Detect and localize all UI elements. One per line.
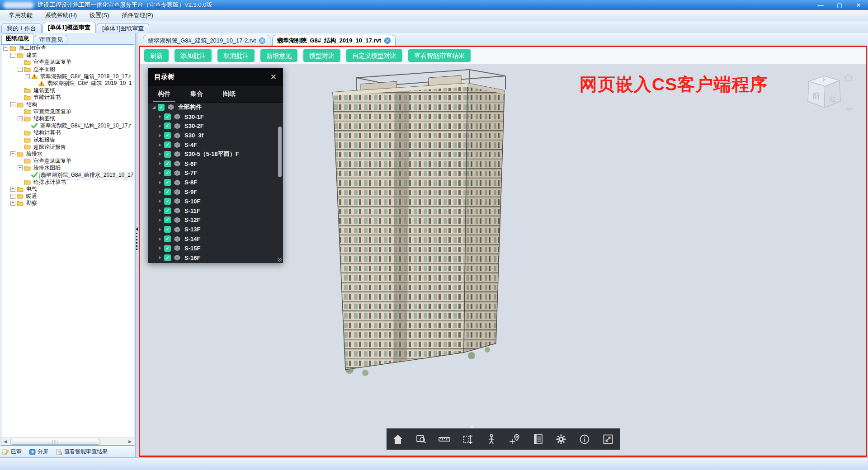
catalog-row[interactable]: ✓S-13F bbox=[148, 225, 283, 234]
minimize-button[interactable]: — bbox=[811, 0, 830, 10]
tree-item-label[interactable]: 翡翠湖别院_G8#_结构_2019_10_17.r bbox=[39, 122, 132, 130]
visibility-checkbox[interactable]: ✓ bbox=[164, 216, 171, 223]
document-tab-1[interactable]: 翡翠湖别院_G8#_结构_2019_10_17.rvt✕ bbox=[272, 35, 396, 46]
collapsed-arrow-icon[interactable] bbox=[159, 246, 161, 250]
sidebar-tab-0[interactable]: 图纸信息 bbox=[1, 33, 34, 44]
cube-menu-chevron-icon[interactable] bbox=[847, 108, 852, 111]
cube-face-front[interactable]: 前 bbox=[812, 92, 820, 101]
model-viewport[interactable]: 网页嵌入CS客户端程序 目录树 ✕ 构件集合图纸 ✓全部构件✓S30-1F✓S3… bbox=[140, 64, 866, 456]
main-tab-1[interactable]: [单体1]模型审查 bbox=[42, 22, 96, 33]
close-button[interactable]: ✕ bbox=[849, 0, 868, 10]
close-tab-icon[interactable]: ✕ bbox=[384, 38, 391, 44]
catalog-tab-2[interactable]: 图纸 bbox=[213, 86, 245, 102]
toolbar-button-5[interactable]: 自定义模型对比 bbox=[346, 49, 402, 62]
collapse-icon[interactable]: − bbox=[18, 165, 23, 170]
catalog-row[interactable]: ✓S30-2F bbox=[148, 122, 283, 131]
tree-item-label[interactable]: 总平面图 bbox=[33, 66, 56, 73]
collapsed-arrow-icon[interactable] bbox=[159, 199, 161, 203]
tree-item-label[interactable]: 施工图审查 bbox=[18, 44, 47, 52]
tree-item-label[interactable]: 审查意见回复单 bbox=[33, 108, 72, 116]
collapsed-arrow-icon[interactable] bbox=[159, 209, 161, 212]
collapsed-arrow-icon[interactable] bbox=[159, 237, 161, 241]
cube-face-top[interactable]: 上 bbox=[821, 76, 827, 83]
maximize-button[interactable]: ▢ bbox=[830, 0, 849, 10]
menu-item-3[interactable]: 插件管理(P) bbox=[115, 11, 159, 19]
collapsed-arrow-icon[interactable] bbox=[159, 143, 161, 147]
catalog-tab-0[interactable]: 构件 bbox=[148, 86, 180, 102]
tree-row[interactable]: 审查意见回复单 bbox=[1, 59, 134, 66]
expand-icon[interactable]: + bbox=[10, 194, 15, 199]
tree-row[interactable]: 节能计算书 bbox=[1, 94, 134, 101]
catalog-row[interactable]: ✓S-6F bbox=[148, 159, 283, 169]
scroll-left-icon[interactable]: ◀ bbox=[1, 438, 9, 445]
tree-row[interactable]: −翡翠湖别院_G8#_建筑_2019_10_17.r bbox=[1, 73, 134, 80]
visibility-checkbox[interactable]: ✓ bbox=[164, 226, 171, 233]
tree-row[interactable]: 建筑图纸 bbox=[1, 87, 134, 94]
menu-item-0[interactable]: 常用功能 bbox=[3, 11, 39, 19]
home-icon[interactable] bbox=[844, 74, 853, 81]
view-cube[interactable]: 上 前 右 bbox=[801, 66, 854, 114]
tree-item-label[interactable]: 给排水计算书 bbox=[33, 179, 67, 186]
home-icon[interactable] bbox=[392, 433, 404, 446]
sidebar-tab-1[interactable]: 审查意见 bbox=[35, 35, 67, 44]
tree-item-label[interactable]: 结构 bbox=[25, 101, 38, 108]
catalog-row[interactable]: ✓S30-5（5-18平面）F bbox=[148, 150, 283, 159]
collapsed-arrow-icon[interactable] bbox=[159, 152, 161, 156]
tree-item-label[interactable]: 结构计算书 bbox=[33, 129, 61, 136]
toolbar-button-2[interactable]: 取消批注 bbox=[217, 49, 255, 62]
tree-item-label[interactable]: 翡翠湖别院_G8#_建筑_2019_10_1 bbox=[47, 80, 133, 87]
visibility-checkbox[interactable]: ✓ bbox=[164, 235, 171, 242]
catalog-row[interactable]: ✓S-9F bbox=[148, 187, 283, 197]
menu-item-2[interactable]: 设置(S) bbox=[83, 11, 115, 19]
footer-item-2[interactable]: 查看智能审查结果 bbox=[56, 448, 108, 456]
tree-row[interactable]: −给排水 bbox=[1, 150, 134, 158]
settings-gear-icon[interactable] bbox=[555, 433, 567, 446]
main-tab-0[interactable]: 我的工作台 bbox=[1, 23, 42, 33]
catalog-tab-1[interactable]: 集合 bbox=[180, 86, 213, 102]
catalog-row[interactable]: ✓S-16F bbox=[148, 253, 283, 263]
resize-handle-icon[interactable] bbox=[278, 258, 282, 262]
collapsed-arrow-icon[interactable] bbox=[159, 115, 161, 118]
document-tab-0[interactable]: 翡翠湖别院_G8#_建筑_2019_10_17-2.rvt✕ bbox=[143, 35, 270, 46]
visibility-checkbox[interactable]: ✓ bbox=[164, 198, 171, 205]
tree-row[interactable]: +暖通 bbox=[1, 193, 134, 200]
catalog-row[interactable]: ✓S-4F bbox=[148, 140, 283, 150]
catalog-row[interactable]: ✓S-10F bbox=[148, 197, 283, 206]
building-model[interactable] bbox=[293, 64, 519, 376]
collapsed-arrow-icon[interactable] bbox=[159, 171, 161, 175]
properties-list-icon[interactable] bbox=[532, 433, 544, 446]
scrollbar-thumb[interactable]: |||| bbox=[10, 439, 100, 445]
main-tab-2[interactable]: [单体1]图纸审查 bbox=[97, 23, 149, 33]
close-icon[interactable]: ✕ bbox=[270, 72, 277, 82]
tree-row[interactable]: −施工图审查 bbox=[1, 45, 134, 52]
tree-row[interactable]: 给排水计算书 bbox=[1, 179, 134, 186]
tree-item-label[interactable]: 给排水 bbox=[25, 150, 43, 158]
catalog-row[interactable]: ✓S-15F bbox=[148, 244, 283, 253]
collapsed-arrow-icon[interactable] bbox=[159, 134, 161, 137]
tree-row[interactable]: +电气 bbox=[1, 186, 134, 193]
zoom-area-icon[interactable] bbox=[415, 433, 428, 446]
visibility-checkbox[interactable]: ✓ bbox=[164, 245, 171, 252]
tree-row[interactable]: −总平面图 bbox=[1, 66, 134, 73]
scrollbar-thumb[interactable] bbox=[278, 127, 282, 177]
expanded-arrow-icon[interactable] bbox=[152, 106, 156, 109]
tree-row[interactable]: −结构 bbox=[1, 101, 134, 108]
collapsed-arrow-icon[interactable] bbox=[159, 218, 161, 222]
visibility-checkbox[interactable]: ✓ bbox=[164, 160, 171, 167]
tree-item-label[interactable]: 电气 bbox=[25, 185, 38, 193]
visibility-checkbox[interactable]: ✓ bbox=[164, 207, 171, 214]
visibility-checkbox[interactable]: ✓ bbox=[164, 254, 171, 261]
collapse-icon[interactable]: − bbox=[18, 67, 23, 72]
collapsed-arrow-icon[interactable] bbox=[159, 162, 161, 165]
tree-row[interactable]: +勘察 bbox=[1, 200, 134, 207]
tree-item-label[interactable]: 审查意见回复单 bbox=[33, 58, 72, 66]
catalog-row[interactable]: ✓S-11F bbox=[148, 206, 283, 216]
tree-row[interactable]: 超限论证报告 bbox=[1, 143, 134, 150]
collapse-icon[interactable]: − bbox=[10, 151, 15, 156]
toolbar-button-3[interactable]: 新增意见 bbox=[260, 49, 297, 62]
tree-row[interactable]: −建筑 bbox=[1, 52, 134, 59]
section-icon[interactable] bbox=[462, 433, 474, 446]
visibility-checkbox[interactable]: ✓ bbox=[164, 122, 171, 129]
visibility-checkbox[interactable]: ✓ bbox=[158, 104, 165, 111]
catalog-row[interactable]: ✓S-8F bbox=[148, 178, 283, 187]
